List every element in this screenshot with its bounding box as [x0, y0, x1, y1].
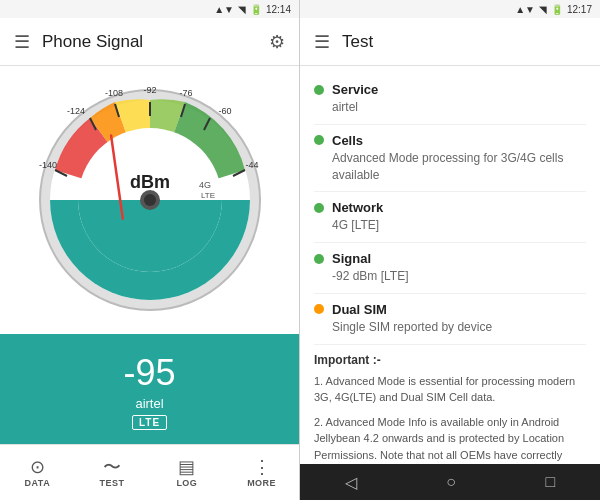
- test-item-dualsim: Dual SIM Single SIM reported by device: [314, 294, 586, 345]
- bottom-nav: ⊙ DATA 〜 TEST ▤ LOG ⋮ MORE: [0, 444, 299, 500]
- right-hamburger-icon[interactable]: ☰: [314, 31, 330, 53]
- left-status-signal: ▲▼: [214, 4, 234, 15]
- left-header: ☰ Phone Signal ⚙: [0, 18, 299, 66]
- test-item-cells: Cells Advanced Mode processing for 3G/4G…: [314, 125, 586, 193]
- dualsim-value: Single SIM reported by device: [314, 319, 586, 336]
- system-nav-bar: ◁ ○ □: [300, 464, 600, 500]
- test-item-cells-header: Cells: [314, 133, 586, 148]
- right-panel: ▲▼ ◥ 🔋 12:17 ☰ Test Service airtel Cells…: [300, 0, 600, 500]
- nav-item-more[interactable]: ⋮ MORE: [224, 445, 299, 500]
- test-content[interactable]: Service airtel Cells Advanced Mode proce…: [300, 66, 600, 464]
- lte-badge: LTE: [132, 415, 167, 430]
- svg-text:-60: -60: [218, 106, 231, 116]
- test-item-service-header: Service: [314, 82, 586, 97]
- nav-label-log: LOG: [176, 478, 197, 488]
- test-item-service: Service airtel: [314, 74, 586, 125]
- nav-label-test: TEST: [100, 478, 125, 488]
- test-item-network: Network 4G [LTE]: [314, 192, 586, 243]
- signal-label: Signal: [332, 251, 371, 266]
- network-value: 4G [LTE]: [314, 217, 586, 234]
- gear-icon[interactable]: ⚙: [269, 31, 285, 53]
- signal-value-section: -95 airtel LTE: [0, 334, 299, 444]
- important-title: Important :-: [314, 353, 586, 367]
- network-label: Network: [332, 200, 383, 215]
- left-status-wifi: ◥: [238, 4, 246, 15]
- gauge-wrapper: -140 -124 -108 -92 -76 -60 -44 dBm 4G LT…: [30, 80, 270, 320]
- signal-value: -95: [0, 352, 299, 394]
- svg-text:-140: -140: [38, 160, 56, 170]
- dualsim-label: Dual SIM: [332, 302, 387, 317]
- nav-label-more: MORE: [247, 478, 276, 488]
- back-button[interactable]: ◁: [345, 473, 357, 492]
- svg-text:LTE: LTE: [200, 191, 214, 200]
- svg-text:-44: -44: [245, 160, 258, 170]
- nav-item-test[interactable]: 〜 TEST: [75, 445, 150, 500]
- signal-value-right: -92 dBm [LTE]: [314, 268, 586, 285]
- dualsim-dot: [314, 304, 324, 314]
- home-button[interactable]: ○: [446, 473, 456, 491]
- right-status-signal: ▲▼: [515, 4, 535, 15]
- cells-label: Cells: [332, 133, 363, 148]
- data-icon: ⊙: [30, 458, 45, 476]
- test-item-signal-header: Signal: [314, 251, 586, 266]
- right-header: ☰ Test: [300, 18, 600, 66]
- nav-label-data: DATA: [25, 478, 51, 488]
- test-item-signal: Signal -92 dBm [LTE]: [314, 243, 586, 294]
- recent-button[interactable]: □: [546, 473, 556, 491]
- nav-item-log[interactable]: ▤ LOG: [150, 445, 225, 500]
- right-status-wifi: ◥: [539, 4, 547, 15]
- test-item-network-header: Network: [314, 200, 586, 215]
- svg-text:-92: -92: [143, 85, 156, 95]
- network-dot: [314, 203, 324, 213]
- important-point-1: 1. Advanced Mode is essential for proces…: [314, 373, 586, 406]
- nav-item-data[interactable]: ⊙ DATA: [0, 445, 75, 500]
- more-icon: ⋮: [253, 458, 271, 476]
- gauge-container: -140 -124 -108 -92 -76 -60 -44 dBm 4G LT…: [0, 66, 299, 334]
- signal-carrier: airtel: [0, 396, 299, 411]
- svg-text:dBm: dBm: [130, 172, 170, 192]
- gauge-svg: -140 -124 -108 -92 -76 -60 -44 dBm 4G LT…: [30, 80, 270, 320]
- svg-text:-124: -124: [66, 106, 84, 116]
- svg-text:-108: -108: [104, 88, 122, 98]
- right-status-bar: ▲▼ ◥ 🔋 12:17: [300, 0, 600, 18]
- signal-dot: [314, 254, 324, 264]
- test-icon: 〜: [103, 458, 121, 476]
- right-status-battery: 🔋: [551, 4, 563, 15]
- service-dot: [314, 85, 324, 95]
- service-label: Service: [332, 82, 378, 97]
- right-status-time: 12:17: [567, 4, 592, 15]
- important-point-2: 2. Advanced Mode Info is available only …: [314, 414, 586, 464]
- test-item-dualsim-header: Dual SIM: [314, 302, 586, 317]
- right-page-title: Test: [342, 32, 373, 52]
- cells-value: Advanced Mode processing for 3G/4G cells…: [314, 150, 586, 184]
- svg-point-19: [144, 194, 156, 206]
- important-section: Important :- 1. Advanced Mode is essenti…: [314, 345, 586, 464]
- left-status-bar: ▲▼ ◥ 🔋 12:14: [0, 0, 299, 18]
- svg-text:-76: -76: [179, 88, 192, 98]
- cells-dot: [314, 135, 324, 145]
- left-page-title: Phone Signal: [42, 32, 143, 52]
- svg-text:4G: 4G: [198, 180, 210, 190]
- left-header-left: ☰ Phone Signal: [14, 31, 143, 53]
- hamburger-icon[interactable]: ☰: [14, 31, 30, 53]
- service-value: airtel: [314, 99, 586, 116]
- log-icon: ▤: [178, 458, 195, 476]
- left-status-time: 12:14: [266, 4, 291, 15]
- left-panel: ▲▼ ◥ 🔋 12:14 ☰ Phone Signal ⚙: [0, 0, 300, 500]
- left-status-battery: 🔋: [250, 4, 262, 15]
